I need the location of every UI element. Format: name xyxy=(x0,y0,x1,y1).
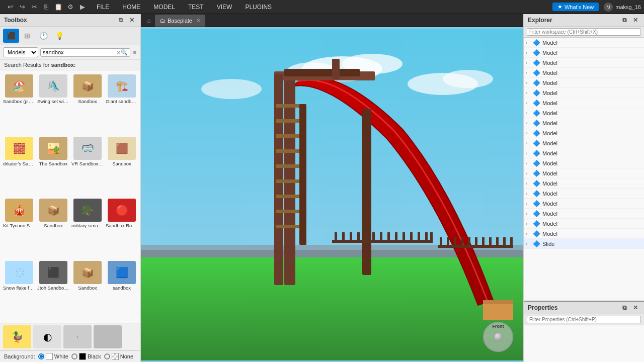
list-item[interactable]: 🏗️ Giant sandbox for... xyxy=(105,72,139,135)
baseplate-tab[interactable]: 🗂 Baseplate ✕ xyxy=(155,15,205,27)
bg-none-option[interactable]: None xyxy=(104,353,133,360)
table-row[interactable]: › 🔷 Model xyxy=(524,148,644,158)
list-item[interactable]: 🪖 military simulator... xyxy=(70,197,105,259)
list-item[interactable]: 🔴 Sandbox.Russia xyxy=(105,197,139,259)
table-row[interactable]: › 🔷 Model xyxy=(524,128,644,138)
chevron-icon: › xyxy=(526,131,531,136)
slide-row[interactable]: › 🔷 Slide xyxy=(524,239,644,249)
copy-icon[interactable]: ⎘ xyxy=(41,2,51,12)
list-item[interactable]: 🟫 Sandbox xyxy=(105,135,139,197)
bg-white-option[interactable]: White xyxy=(38,353,68,360)
list-item[interactable]: 📦 Sandbox xyxy=(70,259,105,321)
table-row[interactable]: › 🔷 Model xyxy=(524,209,644,219)
toolbox-models-btn[interactable]: ⬛ xyxy=(3,29,19,43)
main-area: Toolbox ⧉ ✕ ⬛ ⊞ 🕐 💡 Models Images Meshes… xyxy=(0,14,644,362)
bg-none-radio[interactable] xyxy=(104,353,110,359)
explorer-close-btn[interactable]: ✕ xyxy=(631,16,640,24)
search-input[interactable] xyxy=(43,49,116,55)
settings-icon[interactable]: ⚙ xyxy=(65,2,75,12)
tab-close-btn[interactable]: ✕ xyxy=(196,18,200,23)
list-item[interactable]: 🛝 Swing set with... xyxy=(36,72,70,135)
undo-icon[interactable]: ↩ xyxy=(5,2,15,12)
menu-test[interactable]: TEST xyxy=(184,3,208,12)
table-row[interactable]: › 🔷 Model xyxy=(524,199,644,209)
model-name: Model xyxy=(542,80,642,86)
list-item[interactable]: 🧱 drkater's Sandbox... xyxy=(2,135,36,197)
table-row[interactable]: › 🔷 Model xyxy=(524,118,644,128)
svg-rect-21 xyxy=(276,210,301,213)
table-row[interactable]: › 🔷 Model xyxy=(524,189,644,199)
paste-icon[interactable]: 📋 xyxy=(53,2,63,12)
toolbox-grid-btn[interactable]: ⊞ xyxy=(19,29,35,43)
play-icon[interactable]: ▶ xyxy=(77,2,88,12)
redo-icon[interactable]: ↪ xyxy=(17,2,27,12)
list-item[interactable]: 🏜️ The Sandbox xyxy=(36,135,70,197)
table-row[interactable]: › 🔷 Model xyxy=(524,158,644,168)
model-list: › 🔷 Model › 🔷 Model › 🔷 Model › 🔷 xyxy=(524,38,644,301)
category-select[interactable]: Models Images Meshes Audio xyxy=(3,47,38,57)
bg-black-option[interactable]: Black xyxy=(71,353,101,360)
toolbox-float-btn[interactable]: ⧉ xyxy=(117,16,125,24)
properties-search-input[interactable] xyxy=(527,316,641,323)
table-row[interactable]: › 🔷 Model xyxy=(524,38,644,48)
list-item[interactable]: 🟦 sandbox xyxy=(105,259,139,321)
table-row[interactable]: › 🔷 Model xyxy=(524,98,644,108)
table-row[interactable]: › 🔷 Model xyxy=(524,88,644,98)
search-query: sandbox: xyxy=(51,62,76,68)
explorer-float-btn[interactable]: ⧉ xyxy=(620,16,629,24)
svg-rect-14 xyxy=(276,104,301,108)
toolbox-recent-btn[interactable]: 🕐 xyxy=(35,29,51,43)
list-item[interactable]: 📦 Sandbox xyxy=(70,72,105,135)
strip-thumb[interactable]: • xyxy=(63,325,92,348)
table-row[interactable]: › 🔷 Model xyxy=(524,219,644,229)
explorer-search-input[interactable] xyxy=(527,28,641,36)
table-row[interactable]: › 🔷 Model xyxy=(524,138,644,148)
menu-view[interactable]: VIEW xyxy=(213,3,236,12)
bg-white-radio[interactable] xyxy=(38,353,44,359)
list-item[interactable]: 🏖️ Sandbox (playgrou... xyxy=(2,72,36,135)
result-label: Sandbox xyxy=(78,285,97,291)
table-row[interactable]: › 🔷 Model xyxy=(524,48,644,58)
model-name: Model xyxy=(542,120,642,126)
menu-home[interactable]: HOME xyxy=(118,3,144,12)
home-icon[interactable]: ⌂ xyxy=(143,15,155,27)
properties-close-btn[interactable]: ✕ xyxy=(631,304,640,312)
whats-new-button[interactable]: ★ What's New xyxy=(552,3,599,11)
filter-icon[interactable]: ≡ xyxy=(132,48,137,56)
strip-thumb[interactable]: ◐ xyxy=(33,325,61,348)
bg-black-radio[interactable] xyxy=(71,353,77,359)
viewport[interactable]: Front xyxy=(141,27,523,362)
list-item[interactable]: 🥽 VR Sandbox Tool... xyxy=(70,135,105,197)
table-row[interactable]: › 🔷 Model xyxy=(524,78,644,88)
list-item[interactable]: 🎪 Kit Tycoon Sandbox... xyxy=(2,197,36,259)
table-row[interactable]: › 🔷 Model xyxy=(524,178,644,189)
svg-rect-42 xyxy=(440,237,442,247)
menu-plugins[interactable]: PLUGINS xyxy=(241,3,276,12)
model-icon: 🔷 xyxy=(533,210,540,217)
model-icon: 🔷 xyxy=(533,220,540,227)
table-row[interactable]: › 🔷 Model xyxy=(524,229,644,239)
table-row[interactable]: › 🔷 Model xyxy=(524,58,644,68)
model-name: Model xyxy=(542,191,642,197)
search-submit-icon[interactable]: 🔍 xyxy=(121,49,128,56)
viewport-inner[interactable]: Front xyxy=(141,27,523,362)
result-thumb: 🧱 xyxy=(5,137,33,160)
cut-icon[interactable]: ✂ xyxy=(29,2,39,12)
menu-model[interactable]: MODEL xyxy=(149,3,179,12)
properties-float-btn[interactable]: ⧉ xyxy=(620,304,629,312)
toolbox-featured-btn[interactable]: 💡 xyxy=(51,29,67,43)
table-row[interactable]: › 🔷 Model xyxy=(524,68,644,78)
chevron-icon: › xyxy=(526,90,531,96)
table-row[interactable]: › 🔷 Model xyxy=(524,108,644,118)
table-row[interactable]: › 🔷 Model xyxy=(524,168,644,178)
strip-thumb[interactable]: 🦆 xyxy=(3,325,31,348)
list-item[interactable]: 📦 Sandbox xyxy=(36,197,70,259)
list-item[interactable]: ⬛ Jtoh Sandbox... xyxy=(36,259,70,321)
menu-file[interactable]: FILE xyxy=(93,3,113,12)
toolbox-close-btn[interactable]: ✕ xyxy=(127,16,136,24)
chevron-icon: › xyxy=(526,201,531,206)
list-item[interactable]: ❄️ Snow flake for sand... xyxy=(2,259,36,321)
clear-icon[interactable]: ✕ xyxy=(116,49,121,56)
strip-thumb[interactable] xyxy=(94,325,122,348)
compass-widget[interactable]: Front xyxy=(483,322,513,352)
